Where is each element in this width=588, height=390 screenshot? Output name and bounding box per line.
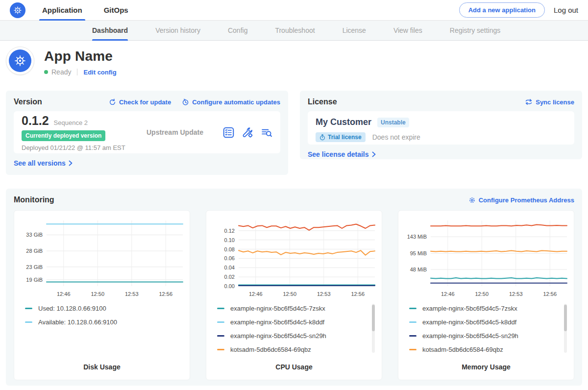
- release-notes-icon[interactable]: [223, 127, 234, 138]
- legend-swatch: [217, 349, 224, 350]
- svg-text:95 MiB: 95 MiB: [410, 250, 427, 256]
- cpu-usage-plot: 0.000.020.040.060.080.100.1212:4612:5012…: [210, 215, 378, 302]
- monitoring-panel: Monitoring Configure Prometheus Address …: [6, 189, 582, 386]
- legend-item: example-nginx-5bc6f5d4c5-k8ddf: [217, 318, 378, 326]
- svg-text:12:46: 12:46: [57, 291, 71, 297]
- see-all-versions-link[interactable]: See all versions: [14, 159, 73, 167]
- view-logs-icon[interactable]: [261, 127, 272, 138]
- legend-item: kotsadm-5db6dc6584-69qbz: [409, 346, 570, 353]
- kubernetes-logo-icon: [10, 2, 25, 18]
- legend-label: kotsadm-5db6dc6584-69qbz: [422, 346, 503, 353]
- configure-automatic-updates-link[interactable]: Configure automatic updates: [182, 98, 280, 106]
- legend-swatch: [409, 335, 416, 337]
- version-panel-title: Version: [14, 98, 42, 106]
- see-license-details-label: See license details: [308, 150, 369, 158]
- check-for-update-link[interactable]: Check for update: [109, 98, 171, 106]
- legend-item: example-nginx-5bc6f5d4c5-sn29h: [409, 332, 570, 340]
- disk-usage-card: 19 GiB23 GiB28 GiB33 GiB12:4612:5012:531…: [14, 210, 190, 380]
- configure-automatic-updates-label: Configure automatic updates: [192, 98, 280, 106]
- license-panel: License Sync license My Customer Unstabl…: [300, 91, 582, 159]
- legend-label: example-nginx-5bc6f5d4c5-sn29h: [230, 332, 326, 340]
- chart-title: CPU Usage: [210, 363, 378, 374]
- divider: [77, 69, 77, 75]
- svg-text:12:53: 12:53: [125, 291, 139, 297]
- legend-item: Used: 10.128.0.66:9100: [25, 305, 186, 312]
- legend-label: example-nginx-5bc6f5d4c5-sn29h: [422, 332, 518, 340]
- log-out-link[interactable]: Log out: [554, 6, 578, 14]
- license-card: My Customer Unstable Trial license Does …: [308, 111, 574, 145]
- legend-label: example-nginx-5bc6f5d4c5-7zskx: [422, 305, 517, 312]
- chart-title: Disk Usage: [18, 363, 186, 374]
- svg-text:0.04: 0.04: [224, 265, 235, 270]
- legend-swatch: [25, 308, 32, 309]
- tab-license[interactable]: License: [343, 21, 366, 41]
- trial-license-badge: Trial license: [316, 132, 366, 142]
- legend-swatch: [409, 308, 416, 309]
- nav-tab-application[interactable]: Application: [42, 0, 82, 21]
- legend-scrollbar-track[interactable]: [372, 304, 375, 353]
- tab-view-files[interactable]: View files: [393, 21, 422, 41]
- legend-scrollbar-track[interactable]: [564, 304, 567, 353]
- configure-prometheus-link[interactable]: Configure Prometheus Address: [468, 196, 574, 204]
- sync-license-label: Sync license: [536, 98, 574, 106]
- trial-license-label: Trial license: [328, 134, 362, 141]
- svg-text:0.08: 0.08: [224, 246, 235, 252]
- see-license-details-link[interactable]: See license details: [308, 150, 376, 158]
- ship-wheel-icon: [13, 5, 23, 15]
- svg-text:0.12: 0.12: [224, 228, 235, 234]
- memory-usage-legend: example-nginx-5bc6f5d4c5-7zskxexample-ng…: [402, 302, 570, 363]
- legend-swatch: [409, 321, 416, 323]
- legend-swatch: [409, 349, 416, 350]
- legend-item: example-nginx-5bc6f5d4c5-7zskx: [409, 305, 570, 312]
- legend-label: kotsadm-5db6dc6584-69qbz: [230, 346, 311, 353]
- version-sequence: Sequence 2: [54, 119, 88, 126]
- svg-text:28 GiB: 28 GiB: [26, 248, 43, 254]
- monitoring-title: Monitoring: [14, 195, 54, 204]
- license-panel-title: License: [308, 98, 337, 106]
- tab-dashboard[interactable]: Dashboard: [92, 21, 128, 41]
- svg-text:12:50: 12:50: [283, 291, 296, 297]
- disk-usage-plot: 19 GiB23 GiB28 GiB33 GiB12:4612:5012:531…: [18, 215, 186, 302]
- clock-history-icon: [182, 98, 189, 106]
- chevron-right-icon: [68, 160, 73, 166]
- svg-text:12:46: 12:46: [249, 291, 263, 297]
- disk-usage-legend: Used: 10.128.0.66:9100Available: 10.128.…: [18, 302, 186, 363]
- app-sub-nav: Dashboard Version history Config Trouble…: [0, 21, 588, 41]
- channel-badge: Unstable: [377, 118, 409, 127]
- legend-scrollbar-thumb[interactable]: [564, 305, 567, 331]
- svg-text:12:50: 12:50: [91, 291, 104, 297]
- page-title: App Name: [44, 49, 117, 64]
- svg-text:12:56: 12:56: [543, 291, 557, 297]
- sync-license-link[interactable]: Sync license: [525, 98, 574, 106]
- version-panel: Version Check for update: [6, 91, 288, 175]
- nav-tab-gitops[interactable]: GitOps: [104, 0, 128, 21]
- legend-label: Used: 10.128.0.66:9100: [38, 305, 106, 312]
- legend-swatch: [25, 321, 32, 323]
- legend-label: example-nginx-5bc6f5d4c5-7zskx: [230, 305, 325, 312]
- legend-scrollbar-thumb[interactable]: [372, 305, 375, 331]
- preflight-wrench-icon[interactable]: [242, 127, 253, 138]
- version-number: 0.1.2: [22, 114, 49, 128]
- add-new-application-button[interactable]: Add a new application: [459, 2, 545, 18]
- tab-config[interactable]: Config: [228, 21, 247, 41]
- tab-registry-settings[interactable]: Registry settings: [450, 21, 500, 41]
- legend-item: example-nginx-5bc6f5d4c5-k8ddf: [409, 318, 570, 326]
- memory-usage-plot: 48 MiB95 MiB143 MiB12:4612:5012:5312:56: [402, 215, 570, 302]
- sync-arrows-icon: [525, 98, 533, 105]
- configure-prometheus-label: Configure Prometheus Address: [479, 196, 574, 204]
- kubernetes-logo-icon: [9, 49, 31, 72]
- currently-deployed-badge: Currently deployed version: [22, 130, 105, 141]
- legend-item: example-nginx-5bc6f5d4c5-7zskx: [217, 305, 378, 312]
- tab-troubleshoot[interactable]: Troubleshoot: [275, 21, 315, 41]
- legend-swatch: [217, 308, 224, 309]
- ship-wheel-icon: [13, 54, 27, 68]
- stopwatch-icon: [319, 134, 325, 141]
- top-nav: Application GitOps Add a new application…: [0, 0, 588, 21]
- check-for-update-label: Check for update: [119, 98, 171, 106]
- edit-config-link[interactable]: Edit config: [83, 69, 116, 76]
- legend-label: example-nginx-5bc6f5d4c5-k8ddf: [422, 318, 516, 326]
- tab-version-history[interactable]: Version history: [155, 21, 200, 41]
- chart-title: Memory Usage: [402, 363, 570, 374]
- legend-item: kotsadm-5db6dc6584-69qbz: [217, 346, 378, 353]
- cpu-usage-legend: example-nginx-5bc6f5d4c5-7zskxexample-ng…: [210, 302, 378, 363]
